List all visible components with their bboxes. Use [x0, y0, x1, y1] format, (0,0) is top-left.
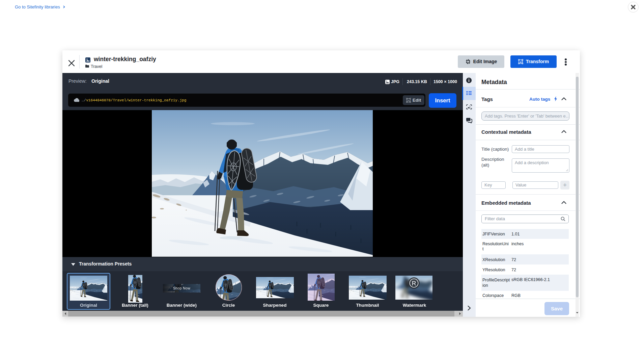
svg-text:R: R [412, 280, 416, 287]
